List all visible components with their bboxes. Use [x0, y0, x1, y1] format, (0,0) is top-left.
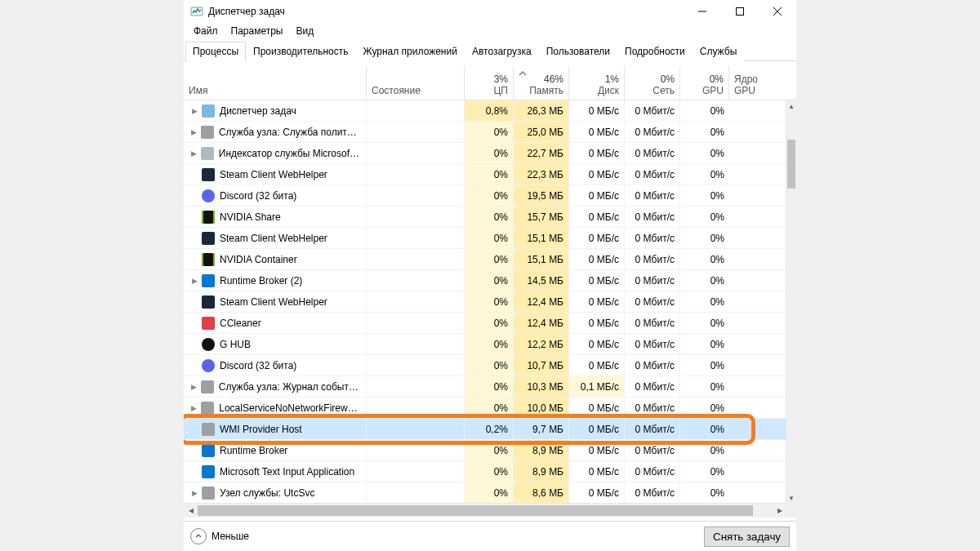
process-icon [202, 232, 215, 245]
process-row[interactable]: G HUB0%12,2 МБ0 МБ/с0 Мбит/с0% [184, 334, 786, 355]
column-header-name[interactable]: Имя [184, 66, 367, 100]
process-icon [202, 189, 215, 202]
process-row[interactable]: ▶Диспетчер задач0,8%26,3 МБ0 МБ/с0 Мбит/… [184, 100, 786, 122]
tab-services[interactable]: Службы [693, 42, 744, 61]
expand-toggle-icon[interactable]: ▶ [190, 107, 198, 115]
process-icon [202, 211, 215, 224]
process-row[interactable]: ▶Служба узла: Служба политики д...0%25,0… [184, 122, 786, 143]
process-row[interactable]: Discord (32 бита)0%10,7 МБ0 МБ/с0 Мбит/с… [184, 355, 786, 376]
menu-bar: Файл Параметры Вид [184, 23, 796, 41]
process-icon [202, 465, 215, 478]
footer-bar: Меньше Снять задачу [184, 521, 796, 551]
fewer-details-button[interactable]: Меньше [190, 528, 704, 544]
expand-toggle-icon[interactable]: ▶ [190, 149, 198, 158]
process-icon [202, 317, 215, 330]
tab-users[interactable]: Пользователи [539, 42, 617, 61]
vertical-scrollbar[interactable]: ▲ ▼ [786, 100, 796, 504]
process-name-label: Служба узла: Журнал событий Wi... [219, 381, 361, 393]
process-row[interactable]: Steam Client WebHelper0%12,4 МБ0 МБ/с0 М… [184, 291, 786, 313]
task-manager-window: Диспетчер задач Файл Параметры Вид Проце… [184, 0, 796, 551]
process-row[interactable]: CCleaner0%12,4 МБ0 МБ/с0 Мбит/с0% [184, 313, 786, 334]
expand-toggle-icon[interactable]: ▶ [190, 404, 198, 412]
process-icon [202, 274, 215, 287]
process-name-label: LocalServiceNoNetworkFirewall (2) [219, 402, 361, 414]
end-task-button[interactable]: Снять задачу [704, 527, 790, 547]
process-row[interactable]: ▶Служба узла: Журнал событий Wi...0%10,3… [184, 376, 786, 398]
process-name-label: G HUB [220, 339, 251, 350]
window-close-button[interactable] [759, 0, 796, 23]
svg-rect-1 [737, 8, 744, 16]
tab-performance[interactable]: Производительность [246, 42, 355, 61]
process-icon [201, 126, 214, 139]
process-row[interactable]: ▶LocalServiceNoNetworkFirewall (2)0%10,0… [184, 398, 786, 419]
process-icon [202, 338, 215, 351]
tab-details[interactable]: Подробности [617, 42, 693, 61]
chevron-up-icon [190, 528, 207, 544]
scroll-thumb[interactable] [787, 140, 795, 189]
process-name-label: WMI Provider Host [220, 424, 302, 435]
process-icon [202, 444, 215, 457]
process-row[interactable]: ▶Индексатор службы Microsoft Win...0%22,… [184, 143, 786, 164]
process-row[interactable]: Discord (32 бита)0%19,5 МБ0 МБ/с0 Мбит/с… [184, 185, 786, 207]
tab-startup[interactable]: Автозагрузка [465, 42, 539, 61]
process-row[interactable]: Runtime Broker0%8,9 МБ0 МБ/с0 Мбит/с0% [184, 440, 786, 461]
process-name-label: CCleaner [220, 318, 261, 329]
scroll-right-icon[interactable]: ▶ [773, 504, 786, 518]
tab-app-history[interactable]: Журнал приложений [356, 42, 465, 61]
horizontal-scrollbar[interactable]: ◀ ▶ [184, 503, 786, 518]
process-row[interactable]: NVIDIA Share0%15,7 МБ0 МБ/с0 Мбит/с0% [184, 207, 786, 228]
process-icon [201, 380, 214, 393]
process-name-label: Runtime Broker (2) [220, 275, 302, 287]
process-name-label: Узел службы: UtcSvc [220, 487, 314, 499]
process-row[interactable]: ▶Runtime Broker (2)0%14,5 МБ0 МБ/с0 Мбит… [184, 270, 786, 291]
window-maximize-button[interactable] [721, 0, 759, 23]
process-row[interactable]: NVIDIA Container0%15,1 МБ0 МБ/с0 Мбит/с0… [184, 249, 786, 270]
menu-view[interactable]: Вид [289, 24, 320, 38]
title-bar: Диспетчер задач [184, 0, 796, 23]
process-icon [202, 104, 215, 118]
process-icon [202, 359, 215, 372]
process-icon [202, 487, 215, 500]
sort-indicator-icon [518, 68, 528, 74]
process-row[interactable]: WMI Provider Host0,2%9,7 МБ0 МБ/с0 Мбит/… [184, 419, 786, 440]
process-name-label: Steam Client WebHelper [220, 233, 327, 244]
process-name-label: Индексатор службы Microsoft Win... [219, 148, 361, 159]
scroll-down-icon[interactable]: ▼ [786, 492, 796, 504]
window-minimize-button[interactable] [684, 0, 721, 23]
process-name-label: NVIDIA Container [220, 254, 297, 265]
process-name-label: Microsoft Text Input Application [220, 466, 354, 478]
process-icon [201, 147, 214, 160]
process-icon [202, 168, 215, 181]
process-name-label: Discord (32 бита) [220, 360, 296, 371]
column-header-cpu[interactable]: 3%ЦП [465, 66, 514, 100]
expand-toggle-icon[interactable]: ▶ [190, 128, 198, 136]
menu-file[interactable]: Файл [187, 24, 225, 38]
expand-toggle-icon[interactable]: ▶ [190, 383, 198, 391]
process-row[interactable]: Microsoft Text Input Application0%8,9 МБ… [184, 461, 786, 482]
process-name-label: Runtime Broker [220, 445, 287, 456]
column-header-network[interactable]: 0%Сеть [625, 66, 680, 100]
process-name-label: NVIDIA Share [220, 211, 281, 223]
column-header-gpu[interactable]: 0%GPU [680, 66, 729, 100]
expand-toggle-icon[interactable]: ▶ [190, 277, 198, 285]
process-name-label: Steam Client WebHelper [220, 296, 327, 308]
app-icon [190, 5, 203, 18]
process-icon [202, 423, 215, 436]
column-header-status[interactable]: Состояние [367, 66, 465, 100]
tab-processes[interactable]: Процессы [185, 42, 246, 61]
scroll-up-icon[interactable]: ▲ [786, 100, 796, 112]
process-name-label: Служба узла: Служба политики д... [219, 127, 361, 138]
process-row[interactable]: ▶Узел службы: UtcSvc0%8,6 МБ0 МБ/с0 Мбит… [184, 482, 786, 504]
menu-options[interactable]: Параметры [225, 24, 290, 38]
scroll-left-icon[interactable]: ◀ [184, 504, 198, 518]
process-row[interactable]: Steam Client WebHelper0%15,1 МБ0 МБ/с0 М… [184, 228, 786, 249]
expand-toggle-icon[interactable]: ▶ [190, 489, 198, 497]
column-header-gpu-engine[interactable]: Ядро GPU [729, 66, 782, 100]
process-icon [202, 295, 215, 309]
window-title: Диспетчер задач [208, 6, 684, 17]
column-header-row: Имя Состояние 3%ЦП 46%Память 1%Диск 0%Се… [184, 66, 796, 100]
process-name-label: Диспетчер задач [220, 105, 296, 117]
column-header-disk[interactable]: 1%Диск [569, 66, 625, 100]
scroll-thumb-h[interactable] [198, 505, 753, 516]
process-row[interactable]: Steam Client WebHelper0%22,3 МБ0 МБ/с0 М… [184, 164, 786, 185]
